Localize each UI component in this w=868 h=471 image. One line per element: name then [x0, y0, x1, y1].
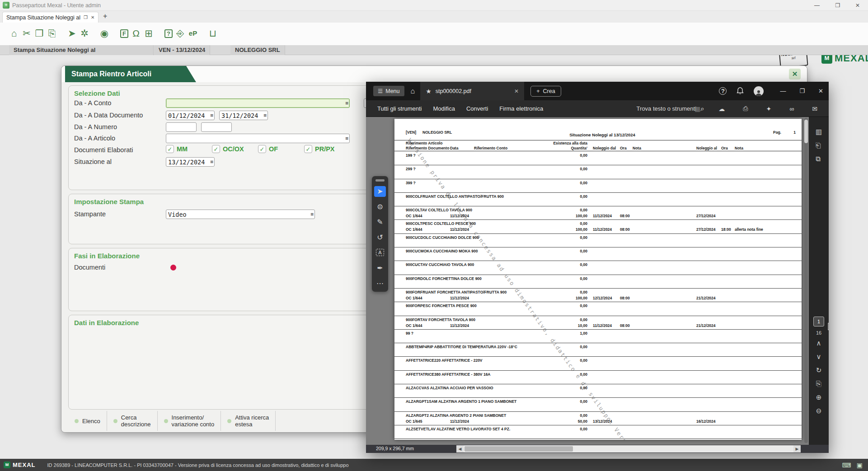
- tab-close-icon[interactable]: ✕: [91, 15, 94, 20]
- pdf-help-icon[interactable]: ?: [719, 87, 727, 95]
- window-close-button[interactable]: ✕: [847, 0, 868, 11]
- horizontal-scrollbar[interactable]: ◀ ▶: [456, 445, 801, 452]
- home-icon[interactable]: ⌂: [8, 27, 20, 40]
- calendar-icon[interactable]: ≡: [263, 112, 267, 119]
- page-up-icon[interactable]: ∧: [816, 338, 821, 352]
- snapshot-icon[interactable]: ⎘: [816, 379, 821, 392]
- email-icon[interactable]: ✉: [812, 105, 817, 112]
- pdf-close-button[interactable]: ✕: [818, 88, 823, 94]
- omega-icon[interactable]: Ω: [130, 27, 142, 40]
- footer-button-inserimento-variazione-conto[interactable]: Inserimento/ variazione conto: [158, 411, 221, 431]
- checkbox-check-icon[interactable]: ✓: [304, 145, 312, 153]
- save-icon[interactable]: ▦: [694, 105, 700, 112]
- ai-assistant-icon[interactable]: ✦: [766, 105, 772, 112]
- sign-tool-icon[interactable]: ✒: [374, 263, 386, 274]
- pdf-menu-converti[interactable]: Converti: [466, 105, 488, 112]
- mexal-active-tab[interactable]: Stampa Situazione Noleggi al ❐ ✕: [2, 12, 99, 23]
- cut-icon[interactable]: ✂: [21, 27, 33, 40]
- vertical-scroll-thumb[interactable]: [804, 120, 808, 143]
- pdf-document-tab[interactable]: ★ stp000002.pdf ✕: [420, 82, 524, 100]
- situazione-al-input[interactable]: [168, 158, 208, 166]
- help-icon[interactable]: ?: [164, 29, 173, 38]
- link-icon[interactable]: ∞: [789, 105, 794, 112]
- data-a-field[interactable]: ≡: [219, 111, 268, 120]
- situazione-al-field[interactable]: ≡: [166, 157, 215, 167]
- comment-tool-icon[interactable]: ⊜: [374, 201, 386, 212]
- camera-icon[interactable]: ◉: [99, 27, 110, 40]
- zoom-in-icon[interactable]: ⊕: [816, 392, 822, 406]
- pen-tool-icon[interactable]: ✎: [374, 217, 386, 228]
- window-maximize-button[interactable]: ❐: [827, 0, 848, 11]
- copy-icon[interactable]: ❐: [33, 27, 45, 40]
- thumbnails-icon[interactable]: ⧉: [816, 154, 822, 168]
- compress-icon[interactable]: ✲: [79, 27, 90, 40]
- data-da-input[interactable]: [168, 111, 208, 120]
- zoom-out-icon[interactable]: ⊖: [816, 406, 822, 420]
- pdf-tab-close-icon[interactable]: ✕: [514, 88, 519, 94]
- dialog-close-button[interactable]: ✕: [789, 69, 801, 79]
- paste-icon[interactable]: ⎘: [46, 27, 58, 40]
- stampante-select[interactable]: ≡: [166, 210, 315, 219]
- new-tab-button[interactable]: +: [103, 12, 107, 20]
- numero-da-field[interactable]: [166, 122, 197, 132]
- scroll-right-arrow[interactable]: ▶: [793, 445, 801, 452]
- keyboard-icon[interactable]: ⌨: [842, 462, 851, 469]
- context-date[interactable]: VEN - 13/12/2024: [154, 45, 210, 55]
- checkbox-check-icon[interactable]: ✓: [166, 145, 174, 153]
- checkbox-check-icon[interactable]: ✓: [258, 145, 266, 153]
- numero-a-field[interactable]: [201, 122, 232, 132]
- doc-elaborati-checkbox-mm[interactable]: ✓MM: [166, 145, 188, 153]
- footer-button-cerca-descrizione[interactable]: Cerca descrizione: [107, 411, 158, 431]
- text-box-tool-icon[interactable]: A: [374, 247, 386, 258]
- calendar-icon[interactable]: ≡: [210, 159, 213, 165]
- dropdown-icon[interactable]: ≡: [310, 211, 314, 218]
- context-company[interactable]: NOLEGGIO SRL: [230, 45, 285, 55]
- pdf-maximize-button[interactable]: ❐: [799, 88, 805, 94]
- lookup-icon[interactable]: ≡: [345, 100, 348, 107]
- more-tools-icon[interactable]: ⋯: [374, 278, 386, 289]
- attachments-icon[interactable]: ▥: [816, 127, 822, 140]
- function-box-icon[interactable]: F: [120, 29, 128, 38]
- stampante-input[interactable]: [168, 210, 308, 219]
- vertical-scrollbar[interactable]: [804, 118, 808, 443]
- pdf-menu-modifica[interactable]: Modifica: [433, 105, 455, 112]
- checkbox-check-icon[interactable]: ✓: [212, 145, 220, 153]
- cart-icon[interactable]: ⊔: [207, 27, 219, 40]
- bookmarks-icon[interactable]: ⎗: [816, 140, 822, 154]
- pdf-home-icon[interactable]: ⌂: [411, 87, 415, 95]
- doc-elaborati-checkbox-of[interactable]: ✓OF: [258, 145, 278, 153]
- page-down-icon[interactable]: ∨: [816, 352, 821, 365]
- window-minimize-button[interactable]: —: [807, 0, 827, 11]
- lookup-icon[interactable]: ≡: [345, 135, 348, 142]
- pdf-minimize-button[interactable]: —: [780, 88, 786, 94]
- print-icon[interactable]: ⎙: [743, 105, 748, 112]
- scroll-left-arrow[interactable]: ◀: [456, 445, 464, 452]
- calendar-icon[interactable]: ≡: [210, 112, 213, 119]
- horizontal-scroll-thumb[interactable]: [464, 446, 573, 452]
- chat-icon[interactable]: ▣: [857, 462, 863, 469]
- pdf-menu-tutti-gli-strumenti[interactable]: Tutti gli strumenti: [377, 105, 422, 112]
- footer-button-elenco[interactable]: Elenco: [68, 411, 107, 431]
- cloud-upload-icon[interactable]: ☁: [718, 105, 725, 112]
- pointer-monitor-icon[interactable]: ➤: [66, 27, 78, 40]
- pdf-menu-button[interactable]: ☰ Menu: [373, 86, 404, 96]
- select-tool-icon[interactable]: ➤: [374, 186, 386, 197]
- footer-button-attiva-ricerca-estesa[interactable]: Attiva ricerca estesa: [221, 411, 276, 431]
- pdf-menu-firma-elettronica[interactable]: Firma elettronica: [499, 105, 543, 112]
- ep-icon[interactable]: eP: [187, 27, 199, 40]
- conto-da-input[interactable]: [168, 99, 343, 107]
- tab-popout-icon[interactable]: ❐: [84, 15, 88, 20]
- refresh-icon[interactable]: ↻: [816, 365, 822, 379]
- account-avatar[interactable]: [754, 86, 764, 96]
- favorite-star-icon[interactable]: ★: [426, 88, 432, 95]
- data-da-field[interactable]: ≡: [166, 111, 215, 120]
- doc-elaborati-checkbox-prpx[interactable]: ✓PR/PX: [304, 145, 335, 153]
- crea-button[interactable]: + Crea: [530, 86, 561, 97]
- current-page-box[interactable]: 1: [813, 317, 824, 326]
- notifications-bell-icon[interactable]: [737, 87, 744, 95]
- calculator-icon[interactable]: ⊞: [143, 27, 155, 40]
- conto-da-field[interactable]: ≡: [166, 98, 350, 108]
- articolo-field[interactable]: ≡: [166, 134, 350, 143]
- doc-elaborati-checkbox-ocox[interactable]: ✓OC/OX: [212, 145, 244, 153]
- toolbar-grip[interactable]: [375, 179, 385, 182]
